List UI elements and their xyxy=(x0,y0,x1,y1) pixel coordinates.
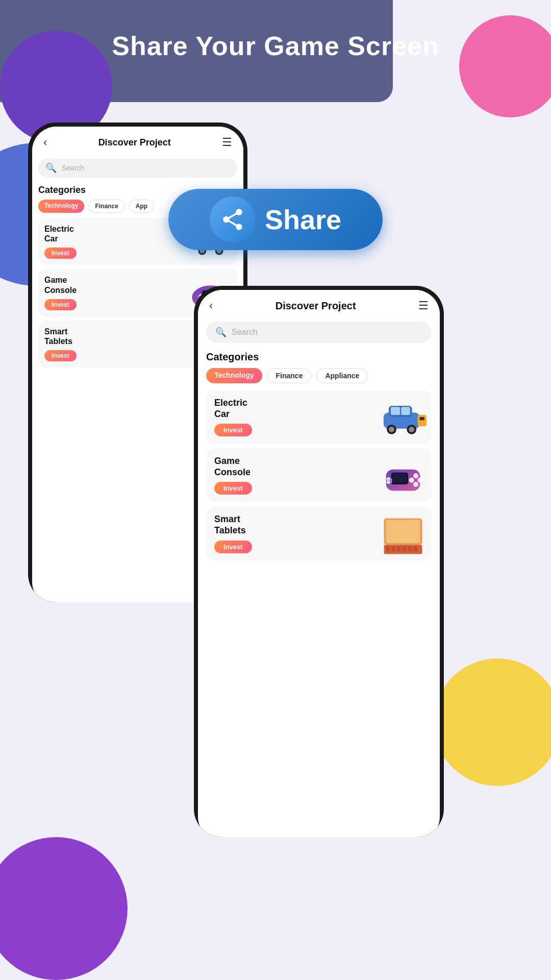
phone2-search-bar[interactable]: 🔍 Search xyxy=(206,322,432,343)
phone2-back-button[interactable]: ‹ xyxy=(209,299,213,312)
phone1-cat-technology[interactable]: Technology xyxy=(38,200,84,213)
phone1-menu-button[interactable]: ☰ xyxy=(222,136,232,149)
phone2-cat-technology[interactable]: Technology xyxy=(206,368,262,383)
phone2-tablet-image xyxy=(378,514,423,553)
phone2-menu-button[interactable]: ☰ xyxy=(418,299,429,312)
phone1-search-bar[interactable]: 🔍 Search xyxy=(38,158,237,178)
phone2-car-name: ElectricCar xyxy=(214,398,252,420)
svg-rect-46 xyxy=(387,477,390,484)
phone1-car-invest-btn[interactable]: Invest xyxy=(44,248,77,259)
svg-rect-53 xyxy=(397,546,401,551)
phone1-car-name: ElectricCar xyxy=(44,224,77,243)
share-button[interactable]: Share xyxy=(168,189,383,250)
svg-rect-49 xyxy=(386,520,420,543)
phone2-cat-appliance[interactable]: Appliance xyxy=(316,368,368,383)
svg-rect-54 xyxy=(403,546,407,551)
svg-point-42 xyxy=(413,473,418,478)
svg-rect-41 xyxy=(392,473,407,483)
svg-rect-56 xyxy=(414,546,418,551)
svg-point-43 xyxy=(417,477,422,482)
svg-rect-52 xyxy=(392,546,396,551)
svg-rect-36 xyxy=(418,415,427,426)
phone2-project-car[interactable]: ElectricCar Invest xyxy=(206,390,432,444)
phone2-console-name: GameConsole xyxy=(214,456,252,478)
svg-rect-31 xyxy=(401,407,410,415)
phone1-tablet-info: SmartTablets Invest xyxy=(44,327,77,361)
svg-rect-38 xyxy=(421,421,423,424)
phone2-cat-finance[interactable]: Finance xyxy=(267,368,312,383)
phone2-car-info: ElectricCar Invest xyxy=(214,398,252,436)
svg-rect-55 xyxy=(408,546,412,551)
phone2-categories-row: Technology Finance Appliance xyxy=(198,368,440,390)
bg-yellow-blob xyxy=(434,658,551,786)
svg-rect-51 xyxy=(386,546,390,551)
phone2-console-info: GameConsole Invest xyxy=(214,456,252,495)
phone1-back-button[interactable]: ‹ xyxy=(43,136,47,149)
phone2-console-image xyxy=(378,456,423,495)
phone1-cat-app[interactable]: App xyxy=(129,200,154,213)
header-title: Share Your Game Screen xyxy=(0,31,551,61)
phone1-console-info: GameConsole Invest xyxy=(44,275,77,310)
phone-2: ‹ Discover Project ☰ 🔍 Search Categories… xyxy=(194,286,444,837)
share-icon xyxy=(220,207,245,232)
svg-point-35 xyxy=(409,426,414,432)
share-label: Share xyxy=(265,204,341,235)
phone1-car-info: ElectricCar Invest xyxy=(44,224,77,259)
svg-point-44 xyxy=(413,482,418,487)
phone1-console-name: GameConsole xyxy=(44,275,77,295)
phone2-project-tablet[interactable]: SmartTablets Invest xyxy=(206,507,432,560)
phone1-cat-finance[interactable]: Finance xyxy=(88,200,124,213)
phone2-tablet-invest-btn[interactable]: Invest xyxy=(214,541,252,553)
svg-rect-30 xyxy=(391,407,400,415)
phone2-title: Discover Project xyxy=(276,300,356,312)
phone2-project-list: ElectricCar Invest xyxy=(198,390,440,560)
phone2-tablet-name: SmartTablets xyxy=(214,514,252,536)
phone1-tablet-invest-btn[interactable]: Invest xyxy=(44,350,77,361)
phone2-tablet-info: SmartTablets Invest xyxy=(214,514,252,553)
phone1-search-icon: 🔍 xyxy=(45,162,57,174)
phone2-car-invest-btn[interactable]: Invest xyxy=(214,424,252,436)
share-icon-circle xyxy=(210,197,256,242)
phone1-app-bar: ‹ Discover Project ☰ xyxy=(32,127,243,158)
bg-purple-blob-bottom xyxy=(0,837,128,980)
phone1-search-placeholder: Search xyxy=(62,164,84,172)
phone2-search-icon: 🔍 xyxy=(215,327,227,338)
phone2-project-console[interactable]: GameConsole Invest xyxy=(206,449,432,502)
phone1-title: Discover Project xyxy=(98,137,171,148)
phone2-car-image xyxy=(378,398,423,436)
phone2-app-bar: ‹ Discover Project ☰ xyxy=(198,290,440,322)
phone2-search-placeholder: Search xyxy=(232,328,258,337)
phone1-tablet-name: SmartTablets xyxy=(44,327,77,346)
svg-point-33 xyxy=(389,426,394,432)
phone2-console-invest-btn[interactable]: Invest xyxy=(214,482,252,495)
phone1-console-invest-btn[interactable]: Invest xyxy=(44,299,77,310)
phone2-categories-title: Categories xyxy=(198,349,440,368)
svg-point-45 xyxy=(409,477,414,482)
svg-rect-37 xyxy=(420,417,424,420)
